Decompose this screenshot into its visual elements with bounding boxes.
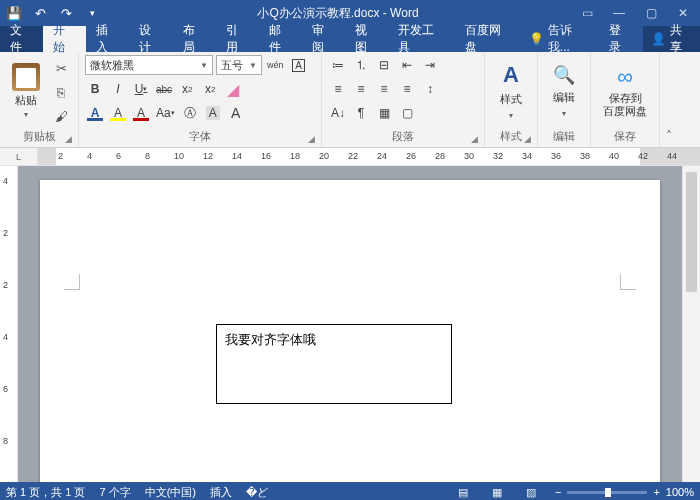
- decrease-indent-button[interactable]: ⇤: [397, 55, 417, 75]
- tab-baidu[interactable]: 百度网盘: [455, 26, 521, 52]
- strikethrough-button[interactable]: abc: [154, 79, 174, 99]
- ruler-tick: 18: [290, 151, 300, 161]
- status-bar: 第 1 页，共 1 页 7 个字 中文(中国) 插入 �ど ▤ ▦ ▨ − + …: [0, 482, 700, 500]
- redo-button[interactable]: ↷: [56, 3, 76, 23]
- tab-view[interactable]: 视图: [345, 26, 388, 52]
- find-button[interactable]: 🔍 编辑 ▾: [544, 55, 584, 127]
- ruler-tick: 26: [406, 151, 416, 161]
- underline-button[interactable]: U▾: [131, 79, 151, 99]
- borders-button[interactable]: ▢: [397, 103, 417, 123]
- page[interactable]: 我要对齐字体哦: [40, 180, 660, 482]
- bullets-button[interactable]: ≔: [328, 55, 348, 75]
- align-center-button[interactable]: ≡: [351, 79, 371, 99]
- justify-button[interactable]: ≡: [397, 79, 417, 99]
- char-border-button[interactable]: A: [289, 55, 309, 75]
- status-mode[interactable]: 插入: [210, 485, 232, 500]
- align-right-button[interactable]: ≡: [374, 79, 394, 99]
- styles-button[interactable]: A 样式 ▾: [491, 55, 531, 127]
- status-page[interactable]: 第 1 页，共 1 页: [6, 485, 85, 500]
- enclosed-char-button[interactable]: Ⓐ: [180, 103, 200, 123]
- subscript-button[interactable]: x2: [177, 79, 197, 99]
- tab-insert[interactable]: 插入: [86, 26, 129, 52]
- multilevel-button[interactable]: ⊟: [374, 55, 394, 75]
- numbering-button[interactable]: ⒈: [351, 55, 371, 75]
- collapse-ribbon-button[interactable]: ˄: [660, 52, 678, 147]
- font-color-button[interactable]: A: [131, 103, 151, 123]
- zoom-slider-thumb[interactable]: [605, 488, 611, 497]
- minimize-button[interactable]: —: [606, 3, 632, 23]
- qat-more-button[interactable]: ▾: [82, 3, 102, 23]
- superscript-button[interactable]: x2: [200, 79, 220, 99]
- tell-me-text: 告诉我...: [548, 22, 592, 56]
- vruler-tick: 2: [3, 280, 8, 290]
- font-name-combo[interactable]: 微软雅黑▼: [85, 55, 213, 75]
- dialog-launcher-icon[interactable]: ◢: [471, 134, 478, 144]
- maximize-button[interactable]: ▢: [638, 3, 664, 23]
- tab-layout[interactable]: 布局: [173, 26, 216, 52]
- copy-button[interactable]: ⎘: [50, 82, 72, 102]
- tab-home[interactable]: 开始: [43, 26, 86, 52]
- tab-developer[interactable]: 开发工具: [388, 26, 454, 52]
- char-shading-button[interactable]: A: [203, 103, 223, 123]
- scrollbar-thumb[interactable]: [686, 172, 697, 292]
- vertical-ruler[interactable]: 422468: [0, 166, 18, 482]
- undo-button[interactable]: ↶: [30, 3, 50, 23]
- highlight-button[interactable]: A: [108, 103, 128, 123]
- group-label-baidu: 保存: [597, 127, 653, 146]
- ribbon-options-button[interactable]: ▭: [574, 3, 600, 23]
- ruler-tick: 22: [348, 151, 358, 161]
- show-marks-button[interactable]: ¶: [351, 103, 371, 123]
- share-button[interactable]: 👤共享: [643, 26, 700, 52]
- view-web-button[interactable]: ▨: [521, 485, 541, 499]
- ruler-tick: 4: [87, 151, 92, 161]
- document-canvas[interactable]: 我要对齐字体哦: [18, 166, 682, 482]
- bold-button[interactable]: B: [85, 79, 105, 99]
- tab-design[interactable]: 设计: [129, 26, 172, 52]
- clear-format-button[interactable]: ◢: [223, 79, 243, 99]
- cut-button[interactable]: ✂: [50, 58, 72, 78]
- group-styles: A 样式 ▾ 样式◢: [485, 52, 538, 147]
- font-size-combo[interactable]: 五号▼: [216, 55, 262, 75]
- format-painter-button[interactable]: 🖌: [50, 106, 72, 126]
- dialog-launcher-icon[interactable]: ◢: [524, 134, 531, 144]
- tab-file[interactable]: 文件: [0, 26, 43, 52]
- shading-button[interactable]: ▦: [374, 103, 394, 123]
- tab-references[interactable]: 引用: [216, 26, 259, 52]
- tab-review[interactable]: 审阅: [302, 26, 345, 52]
- zoom-in-button[interactable]: +: [653, 486, 659, 498]
- ruler-corner[interactable]: L: [0, 148, 38, 165]
- status-extra[interactable]: �ど: [246, 485, 268, 500]
- dialog-launcher-icon[interactable]: ◢: [65, 134, 72, 144]
- text-box[interactable]: 我要对齐字体哦: [216, 324, 452, 404]
- save-to-baidu-button[interactable]: ∞ 保存到百度网盘: [597, 55, 653, 127]
- align-left-button[interactable]: ≡: [328, 79, 348, 99]
- bulb-icon: 💡: [529, 32, 544, 46]
- status-language[interactable]: 中文(中国): [145, 485, 196, 500]
- dialog-launcher-icon[interactable]: ◢: [308, 134, 315, 144]
- ruler-tick: 42: [638, 151, 648, 161]
- sort-button[interactable]: A↓: [328, 103, 348, 123]
- phonetic-guide-button[interactable]: wén: [265, 55, 286, 75]
- line-spacing-button[interactable]: ↕: [420, 79, 440, 99]
- increase-indent-button[interactable]: ⇥: [420, 55, 440, 75]
- zoom-out-button[interactable]: −: [555, 486, 561, 498]
- magnifier-icon: 🔍: [553, 64, 575, 86]
- paste-button[interactable]: 粘贴 ▾: [6, 63, 46, 119]
- tell-me[interactable]: 💡告诉我...: [521, 26, 600, 52]
- vertical-scrollbar[interactable]: [682, 166, 700, 482]
- close-button[interactable]: ✕: [670, 3, 696, 23]
- view-print-button[interactable]: ▦: [487, 485, 507, 499]
- status-word-count[interactable]: 7 个字: [99, 485, 130, 500]
- change-case-button[interactable]: Aa▾: [154, 103, 177, 123]
- ruler-tick: 14: [232, 151, 242, 161]
- zoom-slider[interactable]: [567, 491, 647, 494]
- italic-button[interactable]: I: [108, 79, 128, 99]
- zoom-level[interactable]: 100%: [666, 486, 694, 498]
- login-button[interactable]: 登录: [599, 26, 642, 52]
- text-effects-button[interactable]: A: [85, 103, 105, 123]
- tab-mailings[interactable]: 邮件: [259, 26, 302, 52]
- grow-font-button[interactable]: A: [226, 103, 246, 123]
- save-button[interactable]: 💾: [4, 3, 24, 23]
- horizontal-ruler[interactable]: L 24681012141618202224262830323436384042…: [0, 148, 700, 166]
- view-read-button[interactable]: ▤: [453, 485, 473, 499]
